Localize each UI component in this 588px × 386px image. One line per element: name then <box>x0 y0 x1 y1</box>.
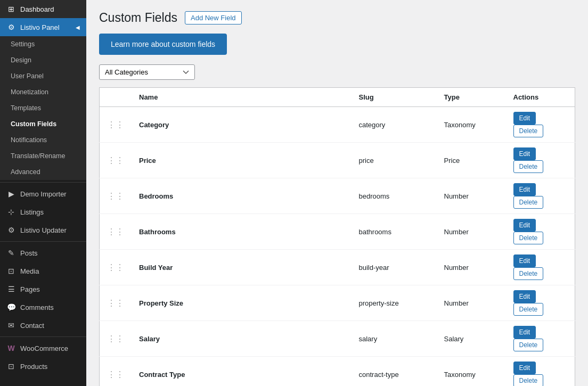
sidebar-item-translate-rename[interactable]: Translate/Rename <box>0 148 86 164</box>
sidebar-item-advanced[interactable]: Advanced <box>0 164 86 180</box>
edit-button[interactable]: Edit <box>513 219 536 232</box>
field-slug-cell: bathrooms <box>352 214 437 250</box>
table-row: ⋮⋮ Category category Taxonomy Edit Delet… <box>100 107 575 143</box>
sidebar-item-contact[interactable]: ✉ Contact <box>0 316 86 334</box>
demo-icon: ▶ <box>6 189 16 199</box>
delete-button[interactable]: Delete <box>513 339 544 351</box>
sidebar-item-user-panel[interactable]: User Panel <box>0 68 86 84</box>
sidebar-item-label: Media <box>20 267 39 275</box>
sidebar-item-settings[interactable]: Settings <box>0 36 86 52</box>
field-type-cell: Number <box>437 285 506 321</box>
drag-handle[interactable]: ⋮⋮ <box>100 178 132 214</box>
drag-handle[interactable]: ⋮⋮ <box>100 143 132 178</box>
sidebar-item-templates[interactable]: Templates <box>0 100 86 116</box>
field-name: Bedrooms <box>139 192 173 200</box>
field-slug: bathrooms <box>359 228 391 236</box>
field-name-cell: Salary <box>132 321 352 357</box>
divider-3 <box>0 336 86 337</box>
listivo-submenu: Settings Design User Panel Monetization … <box>0 36 86 180</box>
sidebar-item-label: Listivo Panel <box>20 23 60 31</box>
add-new-field-button[interactable]: Add New Field <box>185 11 242 24</box>
drag-handle[interactable]: ⋮⋮ <box>100 357 132 387</box>
field-actions-cell: Edit Delete <box>506 143 575 178</box>
delete-button[interactable]: Delete <box>513 196 544 209</box>
drag-handle[interactable]: ⋮⋮ <box>100 321 132 357</box>
sidebar-item-label: Custom Fields <box>11 120 56 128</box>
delete-button[interactable]: Delete <box>513 232 544 244</box>
sidebar-item-label: Pages <box>20 285 40 293</box>
sidebar-item-label: Templates <box>11 104 41 112</box>
edit-button[interactable]: Edit <box>513 183 536 196</box>
field-type: Taxonomy <box>444 121 476 129</box>
sidebar-item-listivo-panel[interactable]: ⚙ Listivo Panel ◀ <box>0 18 86 36</box>
table-body: ⋮⋮ Category category Taxonomy Edit Delet… <box>100 107 575 387</box>
sidebar-item-demo-importer[interactable]: ▶ Demo Importer <box>0 185 86 203</box>
category-filter[interactable]: All Categories <box>99 64 195 80</box>
edit-button[interactable]: Edit <box>513 362 536 374</box>
edit-button[interactable]: Edit <box>513 290 536 303</box>
sidebar-item-woocommerce[interactable]: W WooCommerce <box>0 339 86 357</box>
posts-icon: ✎ <box>6 248 16 258</box>
delete-button[interactable]: Delete <box>513 303 544 316</box>
col-name-header: Name <box>132 88 352 107</box>
sidebar-item-label: Design <box>11 56 31 64</box>
field-type: Number <box>444 264 469 272</box>
sidebar: ⊞ Dashboard ⚙ Listivo Panel ◀ Settings D… <box>0 0 86 386</box>
field-slug: salary <box>359 335 378 343</box>
delete-button[interactable]: Delete <box>513 374 544 386</box>
edit-button[interactable]: Edit <box>513 112 536 125</box>
field-type: Salary <box>444 335 464 343</box>
delete-button[interactable]: Delete <box>513 125 544 137</box>
field-slug-cell: price <box>352 143 437 178</box>
sidebar-item-comments[interactable]: 💬 Comments <box>0 298 86 316</box>
field-actions-cell: Edit Delete <box>506 178 575 214</box>
edit-button[interactable]: Edit <box>513 254 536 267</box>
field-type: Number <box>444 192 469 200</box>
sidebar-item-listings[interactable]: ⊹ Listings <box>0 203 86 221</box>
page-title: Custom Fields <box>99 11 177 25</box>
sidebar-item-monetization[interactable]: Monetization <box>0 84 86 100</box>
col-type-header: Type <box>437 88 506 107</box>
sidebar-item-listivo-updater[interactable]: ⚙ Listivo Updater <box>0 221 86 239</box>
learn-more-button[interactable]: Learn more about custom fields <box>99 34 227 55</box>
table-row: ⋮⋮ Bathrooms bathrooms Number Edit Delet… <box>100 214 575 250</box>
field-type-cell: Price <box>437 143 506 178</box>
sidebar-item-label: Contact <box>20 322 44 330</box>
sidebar-item-label: Advanced <box>11 168 40 176</box>
media-icon: ⊡ <box>6 266 16 276</box>
field-type: Number <box>444 228 469 236</box>
field-name: Price <box>139 157 156 165</box>
sidebar-item-dashboard[interactable]: ⊞ Dashboard <box>0 0 86 18</box>
field-name: Bathrooms <box>139 228 176 236</box>
field-slug-cell: contract-type <box>352 357 437 387</box>
field-type-cell: Number <box>437 178 506 214</box>
delete-button[interactable]: Delete <box>513 160 544 173</box>
drag-handle[interactable]: ⋮⋮ <box>100 250 132 285</box>
sidebar-item-custom-fields[interactable]: Custom Fields <box>0 116 86 132</box>
field-slug: build-year <box>359 264 389 272</box>
col-slug-header: Slug <box>352 88 437 107</box>
sidebar-item-media[interactable]: ⊡ Media <box>0 262 86 280</box>
delete-button[interactable]: Delete <box>513 267 544 280</box>
field-type: Taxonomy <box>444 371 476 379</box>
edit-button[interactable]: Edit <box>513 326 536 339</box>
woo-icon: W <box>6 343 16 353</box>
contact-icon: ✉ <box>6 321 16 330</box>
sidebar-item-label: Demo Importer <box>20 190 67 198</box>
sidebar-item-posts[interactable]: ✎ Posts <box>0 244 86 262</box>
col-actions-header: Actions <box>506 88 575 107</box>
sidebar-item-design[interactable]: Design <box>0 52 86 68</box>
custom-fields-table: Name Slug Type Actions ⋮⋮ Category categ… <box>99 87 575 386</box>
edit-button[interactable]: Edit <box>513 147 536 160</box>
pages-icon: ☰ <box>6 284 16 294</box>
drag-handle[interactable]: ⋮⋮ <box>100 285 132 321</box>
sidebar-item-label: Settings <box>11 40 35 48</box>
sidebar-item-products[interactable]: ⊡ Products <box>0 357 86 375</box>
sidebar-item-pages[interactable]: ☰ Pages <box>0 280 86 298</box>
listings-icon: ⊹ <box>6 207 16 217</box>
drag-handle[interactable]: ⋮⋮ <box>100 214 132 250</box>
field-slug: contract-type <box>359 371 399 379</box>
drag-handle[interactable]: ⋮⋮ <box>100 107 132 143</box>
field-type-cell: Taxonomy <box>437 357 506 387</box>
sidebar-item-notifications[interactable]: Notifications <box>0 132 86 148</box>
